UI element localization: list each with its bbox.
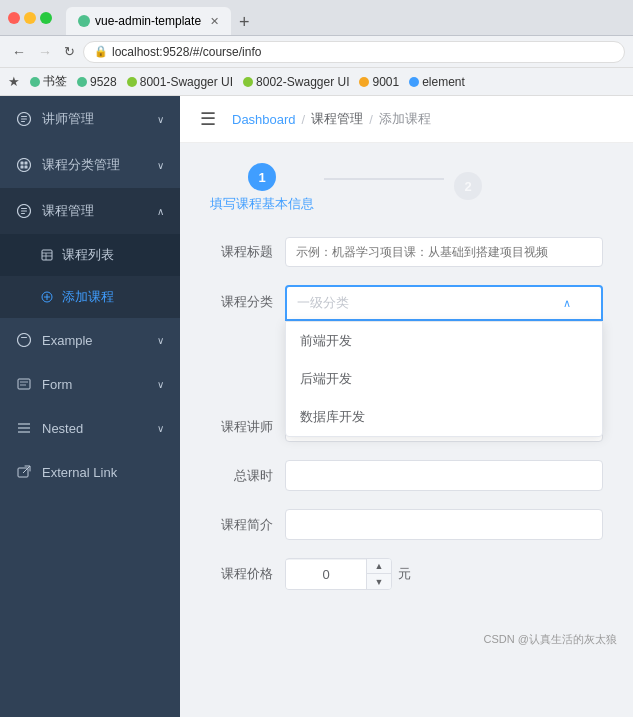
footer-watermark: CSDN @认真生活的灰太狼 [180,628,633,651]
sidebar-item-course-category[interactable]: 课程分类管理 ∨ [0,142,180,188]
back-button[interactable]: ← [8,42,30,62]
arrow-icon: ∨ [157,160,164,171]
minimize-btn[interactable] [24,12,36,24]
forward-button[interactable]: → [34,42,56,62]
form-control-price: ▲ ▼ 元 [285,558,411,590]
form-row-intro: 课程简介 [200,509,613,540]
sidebar-item-label: 课程管理 [42,202,94,220]
course-submenu: 课程列表 添加课程 [0,234,180,318]
sidebar-item-form[interactable]: Form ∨ [0,362,180,406]
browser-chrome: vue-admin-template ✕ + [0,0,633,36]
sidebar-item-label: Nested [42,421,83,436]
course-price-input[interactable] [286,560,366,589]
breadcrumb-sep1: / [302,112,306,127]
dropdown-item-backend[interactable]: 后端开发 [286,360,602,398]
select-placeholder: 一级分类 [297,294,349,312]
bookmark-9001[interactable]: 9001 [359,75,399,89]
table-icon [40,248,54,262]
example-icon [16,332,32,348]
form-control-title [285,237,603,267]
form-label-intro: 课程简介 [210,516,285,534]
steps-container: 1 填写课程基本信息 2 [200,163,613,213]
step-circle-1: 1 [248,163,276,191]
step-2: 2 [454,172,482,204]
category-dropdown: 前端开发 后端开发 数据库开发 [285,321,603,437]
svg-rect-2 [21,162,24,165]
form-label-title: 课程标题 [210,243,285,261]
form-area: 1 填写课程基本信息 2 课程标题 课程分类 [180,143,633,628]
sidebar-item-label: External Link [42,465,117,480]
step-label-1: 填写课程基本信息 [210,195,314,213]
form-row-price: 课程价格 ▲ ▼ 元 [200,558,613,590]
step-1: 1 填写课程基本信息 [210,163,314,213]
lecturer-icon [16,111,32,127]
bookmark-shuqian[interactable]: 书签 [30,73,67,90]
hamburger-icon[interactable]: ☰ [200,108,216,130]
page-header: ☰ Dashboard / 课程管理 / 添加课程 [180,96,633,143]
sidebar-item-external-link[interactable]: External Link [0,450,180,494]
form-row-title: 课程标题 [200,237,613,267]
form-label-price: 课程价格 [210,565,285,583]
external-link-icon [16,464,32,480]
arrow-icon: ∨ [157,423,164,434]
breadcrumb: Dashboard / 课程管理 / 添加课程 [232,110,431,128]
sidebar-item-example[interactable]: Example ∨ [0,318,180,362]
bookmark-element[interactable]: element [409,75,465,89]
refresh-button[interactable]: ↻ [60,42,79,61]
dropdown-item-database[interactable]: 数据库开发 [286,398,602,436]
url-bar[interactable]: 🔒 localhost:9528/#/course/info [83,41,625,63]
course-title-input[interactable] [285,237,603,267]
lock-icon: 🔒 [94,45,108,58]
sidebar-item-course-list[interactable]: 课程列表 [0,234,180,276]
sidebar-item-label: 添加课程 [62,288,114,306]
maximize-btn[interactable] [40,12,52,24]
price-increment-button[interactable]: ▲ [367,559,391,574]
dropdown-item-frontend[interactable]: 前端开发 [286,322,602,360]
svg-rect-15 [18,379,30,389]
sidebar-item-label: 课程分类管理 [42,156,120,174]
sidebar-item-lecturer[interactable]: 讲师管理 ∨ [0,96,180,142]
sidebar-item-add-course[interactable]: 添加课程 [0,276,180,318]
form-row-category: 课程分类 一级分类 ∧ 前端开发 后端开发 数据库开发 [200,285,613,321]
arrow-icon: ∨ [157,114,164,125]
svg-rect-7 [42,250,52,260]
active-tab[interactable]: vue-admin-template ✕ [66,7,231,35]
select-arrow-up-icon: ∧ [563,297,571,310]
price-decrement-button[interactable]: ▼ [367,574,391,589]
svg-rect-3 [25,162,28,165]
category-select[interactable]: 一级分类 ∧ [285,285,603,321]
bookmarks-bar: ★ 书签 9528 8001-Swagger UI 8002-Swagger U… [0,68,633,96]
close-btn[interactable] [8,12,20,24]
breadcrumb-sep2: / [369,112,373,127]
step-circle-2: 2 [454,172,482,200]
category-icon [16,157,32,173]
arrow-up-icon: ∧ [157,206,164,217]
tab-bar: vue-admin-template ✕ + [66,0,625,35]
form-control-intro [285,509,603,540]
form-icon [16,376,32,392]
svg-point-1 [18,159,31,172]
svg-rect-4 [21,166,24,169]
form-control-category: 一级分类 ∧ 前端开发 后端开发 数据库开发 [285,285,603,321]
bookmark-swagger-8001[interactable]: 8001-Swagger UI [127,75,233,89]
course-intro-input[interactable] [285,509,603,540]
tab-close-icon[interactable]: ✕ [210,15,219,28]
nested-icon [16,420,32,436]
new-tab-button[interactable]: + [233,12,256,33]
sidebar-item-nested[interactable]: Nested ∨ [0,406,180,450]
form-control-total-hours [285,460,603,491]
breadcrumb-dashboard[interactable]: Dashboard [232,112,296,127]
add-node-icon [40,290,54,304]
bookmark-9528[interactable]: 9528 [77,75,117,89]
breadcrumb-course-mgmt[interactable]: 课程管理 [311,110,363,128]
bookmark-swagger-8002[interactable]: 8002-Swagger UI [243,75,349,89]
sidebar-menu: 讲师管理 ∨ 课程分类管理 ∨ 课程管理 ∧ [0,96,180,494]
arrow-icon: ∨ [157,379,164,390]
svg-point-14 [18,334,31,347]
total-hours-input[interactable] [285,460,603,491]
sidebar-item-course-management[interactable]: 课程管理 ∧ [0,188,180,234]
form-label-total-hours: 总课时 [210,467,285,485]
arrow-icon: ∨ [157,335,164,346]
sidebar-item-label: Example [42,333,93,348]
app-layout: 讲师管理 ∨ 课程分类管理 ∨ 课程管理 ∧ [0,96,633,717]
